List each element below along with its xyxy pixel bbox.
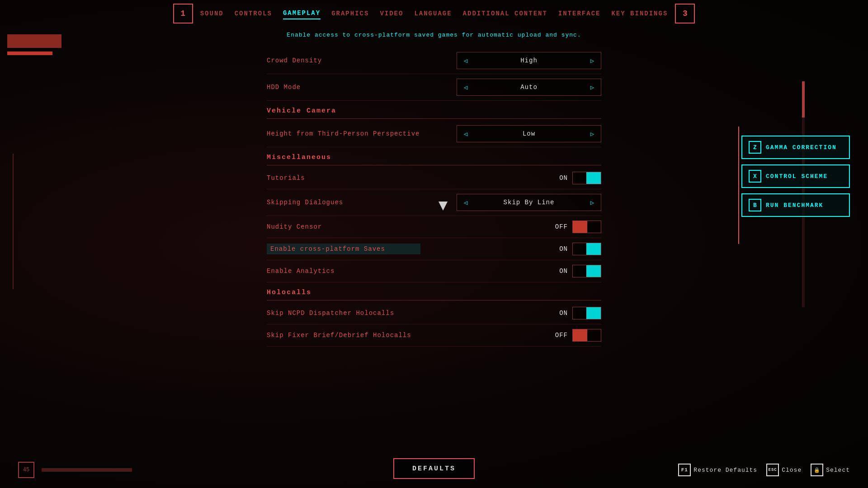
cross-platform-saves-toggle[interactable] (572, 243, 601, 255)
height-perspective-arrow-right[interactable]: ▷ (584, 126, 601, 142)
tab-interface[interactable]: INTERFACE (558, 8, 601, 19)
skip-ncpd-label: Skip NCPD Dispatcher Holocalls (267, 310, 394, 317)
height-perspective-arrow-left[interactable]: ◁ (457, 126, 474, 142)
section-miscellaneous: Miscellaneous (267, 147, 601, 165)
scrollbar-thumb[interactable] (802, 81, 805, 117)
skipping-dialogues-value: Skip By Line (474, 199, 584, 206)
hdd-mode-arrow-right[interactable]: ▷ (584, 79, 601, 95)
setting-nudity-censor: Nudity Censor OFF (267, 216, 601, 238)
settings-container: Crowd Density ◁ High ▷ HDD Mode ◁ Auto ▷… (267, 47, 601, 347)
skipping-dialogues-selector[interactable]: ◁ Skip By Line ▷ (457, 194, 601, 211)
tab-graphics[interactable]: GRAPHICS (331, 8, 369, 19)
hdd-mode-value: Auto (474, 84, 584, 91)
restore-defaults-label: Restore Defaults (693, 467, 757, 474)
crowd-density-arrow-right[interactable]: ▷ (584, 52, 601, 69)
run-benchmark-label: RUN BENCHMARK (766, 202, 823, 209)
control-scheme-key: X (749, 170, 761, 183)
skip-fixer-label: Skip Fixer Brief/Debrief Holocalls (267, 332, 411, 339)
tab-gameplay[interactable]: GAMEPLAY (283, 8, 321, 19)
tab-video[interactable]: VIDEO (380, 8, 403, 19)
sync-notice: Enable access to cross-platform saved ga… (72, 27, 796, 38)
setting-crowd-density: Crowd Density ◁ High ▷ (267, 47, 601, 74)
tutorials-toggle-track (586, 172, 601, 184)
gamma-correction-label: GAMMA CORRECTION (766, 144, 837, 151)
height-perspective-selector[interactable]: ◁ Low ▷ (457, 125, 601, 142)
left-bar-decoration (7, 52, 52, 55)
setting-height-perspective: Height from Third-Person Perspective ◁ L… (267, 121, 601, 147)
left-decoration (0, 27, 72, 488)
shortcut-control-scheme[interactable]: X CONTROL SCHEME (741, 164, 850, 188)
skip-ncpd-toggle-control: ON (552, 307, 601, 319)
select-action[interactable]: 🔒 Select (811, 464, 850, 476)
bottom-left: 45 (18, 462, 132, 478)
left-vertical-line (13, 154, 14, 289)
restore-defaults-action[interactable]: F1 Restore Defaults (678, 464, 757, 476)
bottom-bar: 45 DEFAULTS F1 Restore Defaults ESC Clos… (0, 452, 868, 488)
skip-ncpd-toggle-track (586, 307, 601, 319)
cursor-hint (439, 202, 452, 215)
setting-tutorials: Tutorials ON (267, 167, 601, 189)
tutorials-toggle[interactable] (572, 172, 601, 184)
select-label: Select (826, 467, 850, 474)
height-perspective-label: Height from Third-Person Perspective (267, 130, 420, 137)
hdd-mode-arrow-left[interactable]: ◁ (457, 79, 474, 95)
setting-enable-analytics: Enable Analytics ON (267, 260, 601, 282)
nudity-censor-toggle[interactable] (572, 221, 601, 233)
tutorials-toggle-control: ON (552, 172, 601, 184)
section-holocalls: Holocalls (267, 282, 601, 300)
cross-platform-saves-toggle-control: ON (552, 243, 601, 255)
enable-analytics-toggle-control: ON (552, 265, 601, 277)
tutorials-label: Tutorials (267, 174, 305, 182)
section-vehicle-camera: Vehicle Camera (267, 101, 601, 119)
shortcut-run-benchmark[interactable]: B RUN BENCHMARK (741, 193, 850, 217)
bottom-bar-text (42, 468, 132, 472)
hdd-mode-label: HDD Mode (267, 84, 301, 91)
nudity-censor-status: OFF (552, 223, 568, 230)
top-navigation: 1 SOUND CONTROLS GAMEPLAY GRAPHICS VIDEO… (0, 0, 868, 27)
defaults-button[interactable]: DEFAULTS (393, 458, 475, 479)
enable-analytics-toggle-track (586, 265, 601, 277)
skip-ncpd-status: ON (552, 310, 568, 317)
skip-ncpd-toggle[interactable] (572, 307, 601, 319)
close-key: ESC (766, 464, 779, 476)
skipping-dialogues-label: Skipping Dialogues (267, 199, 343, 206)
crowd-density-label: Crowd Density (267, 57, 322, 64)
close-action[interactable]: ESC Close (766, 464, 802, 476)
skip-fixer-toggle[interactable] (572, 329, 601, 342)
skip-fixer-toggle-control: OFF (552, 329, 601, 342)
logo-placeholder (7, 34, 61, 48)
bottom-icon: 45 (18, 462, 34, 478)
setting-skip-fixer: Skip Fixer Brief/Debrief Holocalls OFF (267, 324, 601, 347)
nav-index-right: 3 (675, 4, 695, 23)
setting-skip-ncpd: Skip NCPD Dispatcher Holocalls ON (267, 302, 601, 324)
tab-additional-content[interactable]: ADDITIONAL CONTENT (463, 8, 547, 19)
close-label: Close (782, 467, 802, 474)
tutorials-status: ON (552, 174, 568, 182)
tab-sound[interactable]: SOUND (200, 8, 224, 19)
height-perspective-value: Low (474, 130, 584, 137)
tab-controls[interactable]: CONTROLS (235, 8, 272, 19)
skip-fixer-status: OFF (552, 332, 568, 339)
enable-analytics-status: ON (552, 267, 568, 275)
enable-analytics-toggle[interactable] (572, 265, 601, 277)
crowd-density-arrow-left[interactable]: ◁ (457, 52, 474, 69)
crowd-density-selector[interactable]: ◁ High ▷ (457, 52, 601, 69)
cross-platform-saves-toggle-track (586, 243, 601, 255)
nudity-censor-toggle-track (573, 221, 587, 233)
nudity-censor-label: Nudity Censor (267, 223, 322, 230)
nudity-censor-toggle-control: OFF (552, 221, 601, 233)
select-key: 🔒 (811, 464, 823, 476)
run-benchmark-key: B (749, 199, 761, 211)
right-sidebar: Z GAMMA CORRECTION X CONTROL SCHEME B RU… (741, 136, 850, 217)
skipping-dialogues-arrow-left[interactable]: ◁ (457, 194, 474, 211)
tab-language[interactable]: LANGUAGE (414, 8, 452, 19)
restore-defaults-key: F1 (678, 464, 691, 476)
skipping-dialogues-arrow-right[interactable]: ▷ (584, 194, 601, 211)
tab-key-bindings[interactable]: KEY BINDINGS (611, 8, 668, 19)
shortcut-gamma-correction[interactable]: Z GAMMA CORRECTION (741, 136, 850, 159)
gamma-correction-key: Z (749, 141, 761, 154)
hdd-mode-selector[interactable]: ◁ Auto ▷ (457, 79, 601, 96)
skip-fixer-toggle-track (573, 329, 587, 341)
bottom-right: F1 Restore Defaults ESC Close 🔒 Select (678, 464, 850, 476)
nav-tabs: SOUND CONTROLS GAMEPLAY GRAPHICS VIDEO L… (200, 8, 668, 19)
